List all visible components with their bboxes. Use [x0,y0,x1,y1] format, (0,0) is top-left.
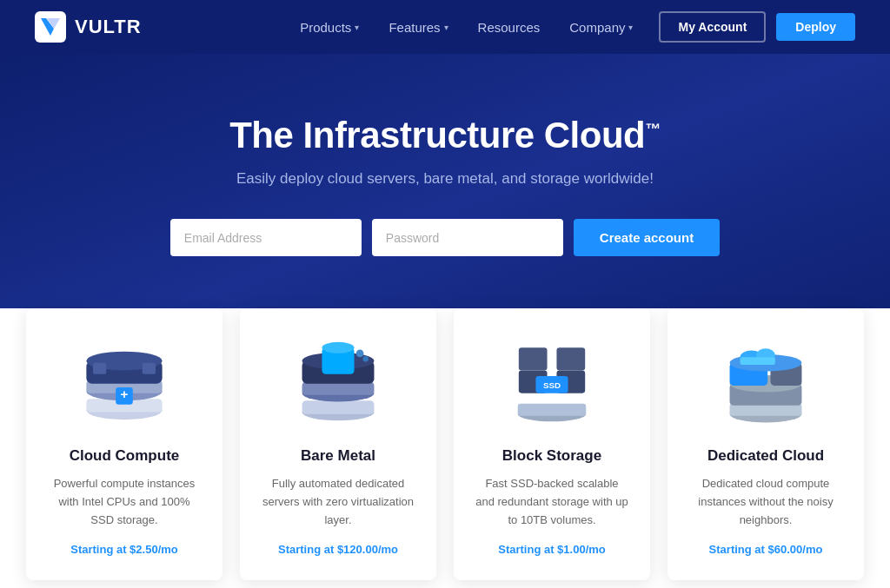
svg-rect-40 [741,358,775,366]
svg-rect-16 [302,382,375,395]
nav-resources[interactable]: Resources [466,15,553,40]
card-dedicated-cloud: Dedicated Cloud Dedicated cloud compute … [668,308,864,580]
card-block-storage-title: Block Storage [502,447,601,465]
chevron-down-icon: ▾ [355,23,359,32]
card-cloud-compute: + Cloud Compute Powerful compute instanc… [26,308,222,580]
create-account-button[interactable]: Create account [574,219,720,256]
cloud-compute-icon: + [72,334,176,430]
svg-point-21 [356,350,364,358]
my-account-button[interactable]: My Account [659,11,766,43]
products-grid: + Cloud Compute Powerful compute instanc… [26,308,864,580]
hero-subtitle: Easily deploy cloud servers, bare metal,… [17,170,873,188]
logo-text: VULTR [75,16,142,38]
card-cloud-compute-title: Cloud Compute [70,447,180,465]
svg-point-20 [322,342,354,353]
signup-form: Create account [17,219,873,256]
card-dedicated-cloud-desc: Dedicated cloud compute instances withou… [688,475,843,529]
nav-features[interactable]: Features ▾ [376,15,460,40]
card-bare-metal-title: Bare Metal [301,447,375,465]
card-cloud-compute-desc: Powerful compute instances with Intel CP… [47,475,202,529]
card-block-storage-desc: Fast SSD-backed scalable and redundant s… [475,475,629,529]
card-cloud-compute-price[interactable]: Starting at $2.50/mo [70,543,178,556]
card-bare-metal: Bare Metal Fully automated dedicated ser… [240,308,436,580]
navbar: VULTR Products ▾ Features ▾ Resources Co… [0,0,890,54]
password-input[interactable] [372,219,563,256]
svg-rect-14 [302,401,375,414]
svg-rect-27 [519,348,548,371]
products-section: + Cloud Compute Powerful compute instanc… [0,308,890,588]
nav-products[interactable]: Products ▾ [288,15,371,40]
card-bare-metal-price[interactable]: Starting at $120.00/mo [278,543,398,556]
card-block-storage: SSD Block Storage Fast SSD-backed scalab… [454,308,650,580]
bare-metal-icon [286,334,390,430]
vultr-logo-icon [35,11,66,43]
chevron-down-icon: ▾ [444,23,448,32]
chevron-down-icon: ▾ [628,23,633,32]
card-block-storage-price[interactable]: Starting at $1.00/mo [498,543,606,556]
svg-rect-12 [143,363,156,374]
svg-point-22 [362,357,369,363]
svg-rect-24 [518,404,587,416]
block-storage-icon: SSD [500,334,604,430]
logo[interactable]: VULTR [35,11,142,43]
card-dedicated-cloud-price[interactable]: Starting at $60.00/mo [709,543,823,556]
nav-links: Products ▾ Features ▾ Resources Company … [288,11,855,43]
deploy-button[interactable]: Deploy [776,13,855,41]
card-bare-metal-desc: Fully automated dedicated servers with z… [261,475,415,529]
svg-rect-11 [93,363,106,374]
svg-rect-28 [556,348,585,371]
svg-text:SSD: SSD [543,381,561,391]
dedicated-cloud-icon [714,334,818,430]
svg-text:+: + [121,387,129,402]
nav-company[interactable]: Company ▾ [557,15,645,40]
hero-title: The Infrastructure Cloud™ [17,115,873,156]
email-input[interactable] [170,219,362,256]
card-dedicated-cloud-title: Dedicated Cloud [707,447,824,465]
